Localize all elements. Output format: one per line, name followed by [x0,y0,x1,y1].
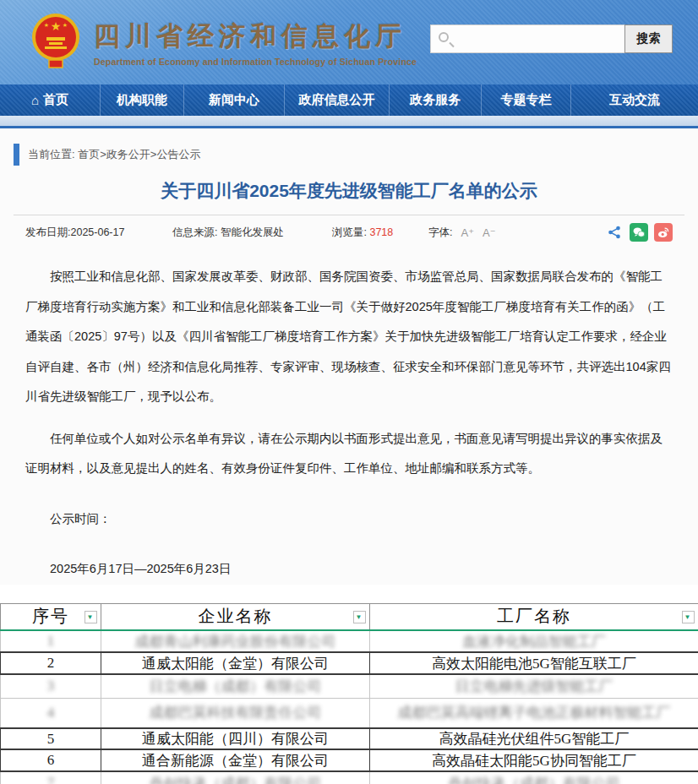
table-row: 6通合新能源（金堂）有限公司高效晶硅太阳能5G协同智能工厂 [1,749,698,771]
filter-dropdown-icon[interactable]: ▼ [353,611,366,623]
table-cell-company: 日立电梯（成都）有限公司 [101,674,370,698]
search-icon [439,32,449,42]
nav-item-gov-info[interactable]: 政府信息公开 [285,84,390,116]
article-content: 当前位置: 首页>政务公开>公告公示 关于四川省2025年度先进级智能工厂名单的… [0,128,698,585]
col-header-factory: 工厂名称 ▼ [370,603,698,630]
table-cell-no: 4 [1,698,101,728]
nav-label: 新闻中心 [209,92,259,108]
publicity-time-label: 公示时间： [25,504,673,535]
table-cell-no: 7 [1,771,101,784]
svg-text:★: ★ [44,22,49,28]
table-cell-no: 5 [1,728,101,749]
brand-text: 四川省经济和信息化厅 Department of Economy and Inf… [94,19,417,67]
table-cell-factory: 血液净化制品智能工厂 [370,630,698,652]
breadcrumb-text[interactable]: 当前位置: 首页>政务公开>公告公示 [28,147,200,162]
table-cell-factory: 日立电梯先进级智能工厂 [370,674,698,698]
table-cell-factory: 高效晶硅太阳能5G协同智能工厂 [370,749,698,771]
filter-dropdown-icon[interactable]: ▼ [85,611,97,623]
nav-item-services[interactable]: 政务服务 [390,84,482,116]
table-cell-no: 1 [1,630,101,652]
main-nav: ⌂ 首页 机构职能 新闻中心 政府信息公开 政务服务 专题专栏 互动交流 [0,84,698,116]
table-cell-factory: 丹创快递（成都）有限公司 [370,771,698,784]
font-increase-button[interactable]: A⁺ [461,226,474,239]
factory-table: 序号 ▼ 企业名称 ▼ 工厂名称 ▼ 1成都青山利康药业股份有限公司血液净化制品… [0,603,698,784]
nav-item-interaction[interactable]: 互动交流 [571,84,698,116]
wechat-icon[interactable] [630,223,648,242]
nav-label: 政务服务 [410,92,461,108]
site-subtitle: Department of Economy and Information Te… [94,57,417,67]
table-cell-company: 丹创快递（成都）有限公司 [101,771,370,784]
nav-item-topics[interactable]: 专题专栏 [482,84,571,116]
table-cell-factory: 高效晶硅光伏组件5G智能工厂 [370,728,698,749]
table-cell-no: 6 [1,749,101,771]
nav-label: 首页 [43,92,68,108]
publicity-period: 2025年6月17日—2025年6月23日 [25,554,673,585]
svg-text:★: ★ [51,19,62,33]
site-title: 四川省经济和信息化厅 [94,19,417,54]
site-brand[interactable]: ★ ★ ★ 四川省经济和信息化厅 Department of Economy a… [29,12,417,73]
table-cell-company: 通合新能源（金堂）有限公司 [101,749,370,771]
col-header-company: 企业名称 ▼ [101,603,370,630]
home-icon: ⌂ [31,94,39,106]
article-body: 按照工业和信息化部、国家发展改革委、财政部、国务院国资委、市场监管总局、国家数据… [25,262,673,585]
font-size-label: 字体: [428,226,452,240]
share-group [605,223,684,242]
national-emblem-icon: ★ ★ ★ [29,12,83,73]
table-cell-company: 通威太阳能（四川）有限公司 [101,728,370,749]
table-row: 5通威太阳能（四川）有限公司高效晶硅光伏组件5G智能工厂 [1,728,698,749]
banner-strip [0,116,698,126]
view-count: 浏览量: 3718 [332,226,417,240]
table-body: 1成都青山利康药业股份有限公司血液净化制品智能工厂2通威太阳能（金堂）有限公司高… [1,630,698,784]
table-row: 2通威太阳能（金堂）有限公司高效太阳能电池5G智能互联工厂 [1,652,698,674]
breadcrumb-bar [14,144,19,166]
table-row: 3日立电梯（成都）有限公司日立电梯先进级智能工厂 [1,674,698,698]
nav-label: 互动交流 [609,92,660,108]
view-count-value: 3718 [369,226,393,238]
table-cell-company: 通威太阳能（金堂）有限公司 [101,652,370,674]
table-cell-company: 成都巴莫科技有限责任公司 [101,698,370,728]
nav-label: 机构职能 [117,92,167,108]
search-input[interactable] [430,24,624,53]
table-cell-factory: 成都巴莫高端锂离子电池正极材料智能工厂 [370,698,698,728]
svg-text:★: ★ [63,22,68,28]
table-row: 7丹创快递（成都）有限公司丹创快递（成都）有限公司 [1,771,698,784]
info-source: 信息来源: 智能化发展处 [172,226,320,240]
nav-item-functions[interactable]: 机构职能 [101,84,184,116]
table-row: 4成都巴莫科技有限责任公司成都巴莫高端锂离子电池正极材料智能工厂 [1,698,698,728]
weibo-icon[interactable] [654,223,673,242]
page-title: 关于四川省2025年度先进级智能工厂名单的公示 [0,179,698,203]
search-button[interactable]: 搜索 [624,24,673,53]
site-header: ★ ★ ★ 四川省经济和信息化厅 Department of Economy a… [0,0,698,84]
font-decrease-button[interactable]: A⁻ [483,226,496,239]
nav-item-home[interactable]: ⌂ 首页 [0,84,101,116]
paragraph-1: 按照工业和信息化部、国家发展改革委、财政部、国务院国资委、市场监管总局、国家数据… [25,262,673,412]
table-cell-no: 3 [1,674,101,698]
publish-date: 发布日期:2025-06-17 [25,226,161,240]
table-header-row: 序号 ▼ 企业名称 ▼ 工厂名称 ▼ [1,603,698,630]
nav-label: 政府信息公开 [299,92,375,108]
page: ★ ★ ★ 四川省经济和信息化厅 Department of Economy a… [0,0,698,784]
col-header-index: 序号 ▼ [1,603,101,630]
table-row: 1成都青山利康药业股份有限公司血液净化制品智能工厂 [1,630,698,652]
nav-item-news[interactable]: 新闻中心 [184,84,285,116]
share-icon[interactable] [605,223,624,242]
breadcrumb: 当前位置: 首页>政务公开>公告公示 [0,128,698,166]
table-cell-company: 成都青山利康药业股份有限公司 [101,630,370,652]
table-cell-factory: 高效太阳能电池5G智能互联工厂 [370,652,698,674]
article-meta: 发布日期:2025-06-17 信息来源: 智能化发展处 浏览量: 3718 字… [14,215,684,242]
table-cell-no: 2 [1,652,101,674]
paragraph-2: 任何单位或个人如对公示名单有异议，请在公示期内以书面形式提出意见，书面意见请写明… [25,424,673,484]
search-bar: 搜索 [430,24,673,53]
filter-dropdown-icon[interactable]: ▼ [682,611,695,623]
nav-label: 专题专栏 [501,92,552,108]
